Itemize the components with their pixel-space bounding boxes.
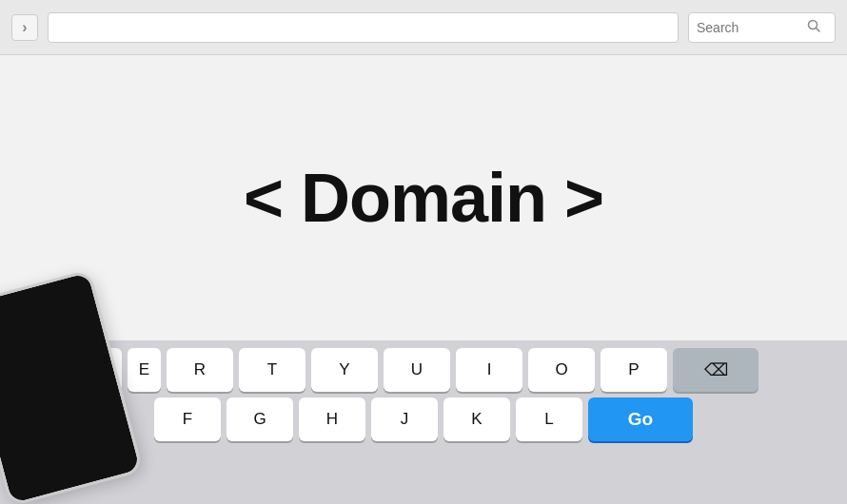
nav-forward-button[interactable]: › <box>11 14 38 41</box>
key-P[interactable]: P <box>601 348 667 392</box>
key-go[interactable]: Go <box>588 397 693 441</box>
key-H[interactable]: H <box>299 397 365 441</box>
key-E-partial[interactable]: E <box>128 348 161 392</box>
forward-arrow-icon: › <box>22 19 27 36</box>
search-input[interactable] <box>697 20 801 35</box>
key-G[interactable]: G <box>227 397 293 441</box>
keyboard-area: C E R T Y U I O P ⌫ F G H J K L Go <box>0 340 847 504</box>
key-U[interactable]: U <box>384 348 450 392</box>
key-F[interactable]: F <box>154 397 221 441</box>
key-K[interactable]: K <box>443 397 510 441</box>
key-L[interactable]: L <box>516 397 582 441</box>
key-backspace[interactable]: ⌫ <box>673 348 758 392</box>
key-R[interactable]: R <box>167 348 233 392</box>
search-icon <box>807 19 820 35</box>
svg-line-1 <box>817 29 820 32</box>
keyboard-row-1: C E R T Y U I O P ⌫ <box>4 348 843 392</box>
search-bar-container <box>688 12 836 43</box>
key-J[interactable]: J <box>371 397 438 441</box>
key-T[interactable]: T <box>239 348 305 392</box>
key-Y[interactable]: Y <box>311 348 378 392</box>
backspace-icon: ⌫ <box>704 359 728 380</box>
url-input[interactable] <box>48 12 679 43</box>
key-O[interactable]: O <box>528 348 595 392</box>
main-content: < Domain > <box>0 55 847 340</box>
browser-bar: › <box>0 0 847 55</box>
key-I[interactable]: I <box>456 348 522 392</box>
domain-heading: < Domain > <box>244 159 603 237</box>
